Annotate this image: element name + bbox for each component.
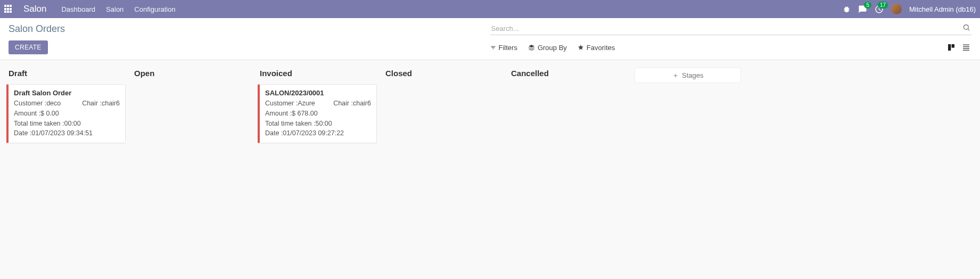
filter-icon xyxy=(490,45,496,51)
card-customer: Customer :deco xyxy=(14,99,61,109)
svg-rect-6 xyxy=(963,48,969,48)
svg-rect-5 xyxy=(963,46,969,47)
card-time: Total time taken :00:00 xyxy=(14,119,120,129)
kanban-card[interactable]: Draft Salon Order Customer :deco Chair :… xyxy=(6,84,126,143)
card-amount: Amount :$ 678.00 xyxy=(265,109,371,119)
plus-icon xyxy=(672,72,679,79)
nav-dashboard[interactable]: Dashboard xyxy=(61,5,95,13)
create-button[interactable]: CREATE xyxy=(9,40,48,54)
card-title: Draft Salon Order xyxy=(14,89,120,97)
nav-configuration[interactable]: Configuration xyxy=(134,5,175,13)
avatar[interactable] xyxy=(891,4,902,14)
activities-badge: 17 xyxy=(878,2,888,9)
svg-rect-4 xyxy=(963,45,969,45)
activities-icon[interactable]: 17 xyxy=(875,5,884,14)
messages-icon[interactable]: 5 xyxy=(858,5,867,14)
card-chair: Chair :chair6 xyxy=(82,99,120,109)
filters-button[interactable]: Filters xyxy=(490,44,517,52)
add-stage-button[interactable]: Stages xyxy=(635,68,741,83)
card-chair: Chair :chair6 xyxy=(333,99,371,109)
debug-icon[interactable] xyxy=(843,5,851,13)
kanban-board: Draft Draft Salon Order Customer :deco C… xyxy=(0,60,980,154)
apps-icon[interactable] xyxy=(4,5,13,13)
svg-line-1 xyxy=(968,29,969,30)
card-time: Total time taken :50:00 xyxy=(265,119,371,129)
main-navbar: Salon Dashboard Salon Configuration 5 17… xyxy=(0,0,980,18)
column-title[interactable]: Closed xyxy=(383,67,503,84)
stages-label: Stages xyxy=(682,71,703,79)
favorites-button[interactable]: Favorites xyxy=(578,44,615,52)
search-container xyxy=(490,22,972,35)
nav-salon[interactable]: Salon xyxy=(106,5,123,13)
kanban-column-open: Open xyxy=(130,67,253,84)
page-title: Salon Orders xyxy=(9,23,490,35)
card-amount: Amount :$ 0.00 xyxy=(14,109,120,119)
column-title[interactable]: Open xyxy=(132,67,251,84)
layers-icon xyxy=(528,44,535,51)
filters-label: Filters xyxy=(499,44,517,52)
star-icon xyxy=(578,44,584,51)
card-customer: Customer :Azure xyxy=(265,99,315,109)
card-date: Date :01/07/2023 09:27:22 xyxy=(265,128,371,138)
kanban-card[interactable]: SALON/2023/0001 Customer :Azure Chair :c… xyxy=(258,84,377,143)
svg-rect-7 xyxy=(963,50,969,51)
favorites-label: Favorites xyxy=(587,44,615,52)
svg-rect-2 xyxy=(948,44,951,51)
search-input[interactable] xyxy=(490,22,972,35)
messages-badge: 5 xyxy=(864,2,871,9)
column-title[interactable]: Invoiced xyxy=(258,67,377,84)
kanban-view-icon[interactable] xyxy=(946,43,957,52)
kanban-column-closed: Closed xyxy=(381,67,505,84)
kanban-column-add: Stages xyxy=(632,67,756,83)
list-view-icon[interactable] xyxy=(961,43,971,52)
column-title[interactable]: Draft xyxy=(6,67,126,84)
card-title: SALON/2023/0001 xyxy=(265,89,371,97)
svg-point-0 xyxy=(964,25,969,30)
groupby-label: Group By xyxy=(538,44,567,52)
kanban-column-invoiced: Invoiced SALON/2023/0001 Customer :Azure… xyxy=(256,67,379,147)
column-title[interactable]: Cancelled xyxy=(509,67,628,84)
kanban-column-cancelled: Cancelled xyxy=(507,67,630,84)
app-brand[interactable]: Salon xyxy=(23,4,46,14)
svg-rect-3 xyxy=(952,44,954,48)
control-panel: Salon Orders CREATE Filters Group By Fav… xyxy=(0,18,980,60)
search-icon[interactable] xyxy=(962,23,970,31)
groupby-button[interactable]: Group By xyxy=(528,44,567,52)
card-date: Date :01/07/2023 09:34:51 xyxy=(14,128,120,138)
user-name[interactable]: Mitchell Admin (db16) xyxy=(909,5,976,13)
kanban-column-draft: Draft Draft Salon Order Customer :deco C… xyxy=(4,67,128,147)
nav-menu: Dashboard Salon Configuration xyxy=(61,5,175,13)
